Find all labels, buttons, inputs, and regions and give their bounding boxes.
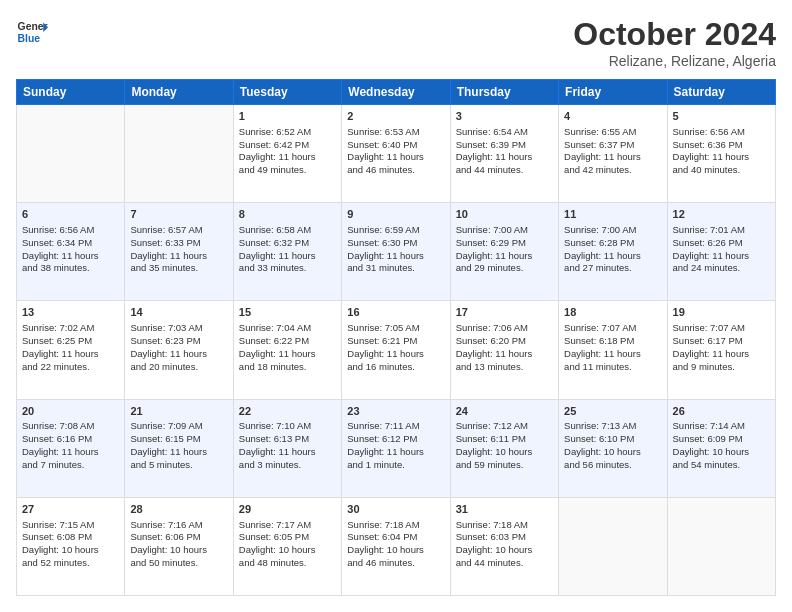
calendar-cell: 14Sunrise: 7:03 AM Sunset: 6:23 PM Dayli… [125, 301, 233, 399]
day-number: 5 [673, 109, 770, 124]
day-number: 27 [22, 502, 119, 517]
day-number: 20 [22, 404, 119, 419]
header: General Blue October 2024 Relizane, Reli… [16, 16, 776, 69]
day-info: Sunrise: 6:55 AM Sunset: 6:37 PM Dayligh… [564, 126, 661, 177]
calendar-cell: 18Sunrise: 7:07 AM Sunset: 6:18 PM Dayli… [559, 301, 667, 399]
calendar-header-thursday: Thursday [450, 80, 558, 105]
calendar-cell: 24Sunrise: 7:12 AM Sunset: 6:11 PM Dayli… [450, 399, 558, 497]
calendar-cell: 2Sunrise: 6:53 AM Sunset: 6:40 PM Daylig… [342, 105, 450, 203]
calendar-cell [559, 497, 667, 595]
day-number: 3 [456, 109, 553, 124]
day-info: Sunrise: 7:05 AM Sunset: 6:21 PM Dayligh… [347, 322, 444, 373]
calendar-cell: 1Sunrise: 6:52 AM Sunset: 6:42 PM Daylig… [233, 105, 341, 203]
calendar-cell: 25Sunrise: 7:13 AM Sunset: 6:10 PM Dayli… [559, 399, 667, 497]
calendar-cell: 29Sunrise: 7:17 AM Sunset: 6:05 PM Dayli… [233, 497, 341, 595]
day-info: Sunrise: 7:06 AM Sunset: 6:20 PM Dayligh… [456, 322, 553, 373]
calendar-cell: 31Sunrise: 7:18 AM Sunset: 6:03 PM Dayli… [450, 497, 558, 595]
page: General Blue October 2024 Relizane, Reli… [0, 0, 792, 612]
day-info: Sunrise: 6:54 AM Sunset: 6:39 PM Dayligh… [456, 126, 553, 177]
calendar-header-friday: Friday [559, 80, 667, 105]
day-number: 21 [130, 404, 227, 419]
day-number: 7 [130, 207, 227, 222]
calendar-cell: 21Sunrise: 7:09 AM Sunset: 6:15 PM Dayli… [125, 399, 233, 497]
calendar-week-row: 27Sunrise: 7:15 AM Sunset: 6:08 PM Dayli… [17, 497, 776, 595]
day-info: Sunrise: 6:58 AM Sunset: 6:32 PM Dayligh… [239, 224, 336, 275]
calendar-header-sunday: Sunday [17, 80, 125, 105]
day-info: Sunrise: 7:13 AM Sunset: 6:10 PM Dayligh… [564, 420, 661, 471]
day-number: 24 [456, 404, 553, 419]
day-info: Sunrise: 7:18 AM Sunset: 6:03 PM Dayligh… [456, 519, 553, 570]
day-info: Sunrise: 7:09 AM Sunset: 6:15 PM Dayligh… [130, 420, 227, 471]
day-info: Sunrise: 7:11 AM Sunset: 6:12 PM Dayligh… [347, 420, 444, 471]
day-number: 30 [347, 502, 444, 517]
day-number: 8 [239, 207, 336, 222]
day-number: 11 [564, 207, 661, 222]
calendar-cell [17, 105, 125, 203]
calendar-table: SundayMondayTuesdayWednesdayThursdayFrid… [16, 79, 776, 596]
day-info: Sunrise: 7:00 AM Sunset: 6:28 PM Dayligh… [564, 224, 661, 275]
calendar-week-row: 6Sunrise: 6:56 AM Sunset: 6:34 PM Daylig… [17, 203, 776, 301]
logo-icon: General Blue [16, 16, 48, 48]
day-number: 14 [130, 305, 227, 320]
day-info: Sunrise: 7:03 AM Sunset: 6:23 PM Dayligh… [130, 322, 227, 373]
calendar-header-row: SundayMondayTuesdayWednesdayThursdayFrid… [17, 80, 776, 105]
day-info: Sunrise: 7:18 AM Sunset: 6:04 PM Dayligh… [347, 519, 444, 570]
calendar-cell: 15Sunrise: 7:04 AM Sunset: 6:22 PM Dayli… [233, 301, 341, 399]
calendar-header-monday: Monday [125, 80, 233, 105]
calendar-cell: 30Sunrise: 7:18 AM Sunset: 6:04 PM Dayli… [342, 497, 450, 595]
calendar-cell: 16Sunrise: 7:05 AM Sunset: 6:21 PM Dayli… [342, 301, 450, 399]
day-info: Sunrise: 6:56 AM Sunset: 6:36 PM Dayligh… [673, 126, 770, 177]
calendar-cell: 27Sunrise: 7:15 AM Sunset: 6:08 PM Dayli… [17, 497, 125, 595]
day-number: 18 [564, 305, 661, 320]
calendar-cell: 13Sunrise: 7:02 AM Sunset: 6:25 PM Dayli… [17, 301, 125, 399]
subtitle: Relizane, Relizane, Algeria [573, 53, 776, 69]
day-info: Sunrise: 7:12 AM Sunset: 6:11 PM Dayligh… [456, 420, 553, 471]
calendar-cell: 3Sunrise: 6:54 AM Sunset: 6:39 PM Daylig… [450, 105, 558, 203]
day-number: 4 [564, 109, 661, 124]
day-info: Sunrise: 6:56 AM Sunset: 6:34 PM Dayligh… [22, 224, 119, 275]
day-number: 6 [22, 207, 119, 222]
day-info: Sunrise: 7:07 AM Sunset: 6:18 PM Dayligh… [564, 322, 661, 373]
calendar-cell: 26Sunrise: 7:14 AM Sunset: 6:09 PM Dayli… [667, 399, 775, 497]
calendar-cell [125, 105, 233, 203]
day-number: 12 [673, 207, 770, 222]
main-title: October 2024 [573, 16, 776, 53]
day-number: 17 [456, 305, 553, 320]
day-info: Sunrise: 6:53 AM Sunset: 6:40 PM Dayligh… [347, 126, 444, 177]
calendar-cell: 9Sunrise: 6:59 AM Sunset: 6:30 PM Daylig… [342, 203, 450, 301]
calendar-week-row: 20Sunrise: 7:08 AM Sunset: 6:16 PM Dayli… [17, 399, 776, 497]
day-info: Sunrise: 6:59 AM Sunset: 6:30 PM Dayligh… [347, 224, 444, 275]
calendar-header-saturday: Saturday [667, 80, 775, 105]
calendar-header-tuesday: Tuesday [233, 80, 341, 105]
day-info: Sunrise: 7:10 AM Sunset: 6:13 PM Dayligh… [239, 420, 336, 471]
calendar-cell: 10Sunrise: 7:00 AM Sunset: 6:29 PM Dayli… [450, 203, 558, 301]
day-info: Sunrise: 7:01 AM Sunset: 6:26 PM Dayligh… [673, 224, 770, 275]
calendar-cell: 12Sunrise: 7:01 AM Sunset: 6:26 PM Dayli… [667, 203, 775, 301]
calendar-cell: 5Sunrise: 6:56 AM Sunset: 6:36 PM Daylig… [667, 105, 775, 203]
calendar-cell: 6Sunrise: 6:56 AM Sunset: 6:34 PM Daylig… [17, 203, 125, 301]
day-number: 25 [564, 404, 661, 419]
day-info: Sunrise: 7:07 AM Sunset: 6:17 PM Dayligh… [673, 322, 770, 373]
calendar-cell: 8Sunrise: 6:58 AM Sunset: 6:32 PM Daylig… [233, 203, 341, 301]
day-number: 19 [673, 305, 770, 320]
day-number: 23 [347, 404, 444, 419]
day-number: 13 [22, 305, 119, 320]
day-info: Sunrise: 7:15 AM Sunset: 6:08 PM Dayligh… [22, 519, 119, 570]
calendar-cell: 4Sunrise: 6:55 AM Sunset: 6:37 PM Daylig… [559, 105, 667, 203]
calendar-week-row: 13Sunrise: 7:02 AM Sunset: 6:25 PM Dayli… [17, 301, 776, 399]
calendar-cell: 22Sunrise: 7:10 AM Sunset: 6:13 PM Dayli… [233, 399, 341, 497]
day-number: 10 [456, 207, 553, 222]
day-number: 29 [239, 502, 336, 517]
day-number: 26 [673, 404, 770, 419]
logo: General Blue [16, 16, 48, 48]
day-number: 1 [239, 109, 336, 124]
calendar-cell: 20Sunrise: 7:08 AM Sunset: 6:16 PM Dayli… [17, 399, 125, 497]
title-section: October 2024 Relizane, Relizane, Algeria [573, 16, 776, 69]
calendar-cell: 17Sunrise: 7:06 AM Sunset: 6:20 PM Dayli… [450, 301, 558, 399]
day-info: Sunrise: 7:04 AM Sunset: 6:22 PM Dayligh… [239, 322, 336, 373]
day-number: 15 [239, 305, 336, 320]
calendar-body: 1Sunrise: 6:52 AM Sunset: 6:42 PM Daylig… [17, 105, 776, 596]
day-number: 28 [130, 502, 227, 517]
day-info: Sunrise: 7:08 AM Sunset: 6:16 PM Dayligh… [22, 420, 119, 471]
day-number: 22 [239, 404, 336, 419]
